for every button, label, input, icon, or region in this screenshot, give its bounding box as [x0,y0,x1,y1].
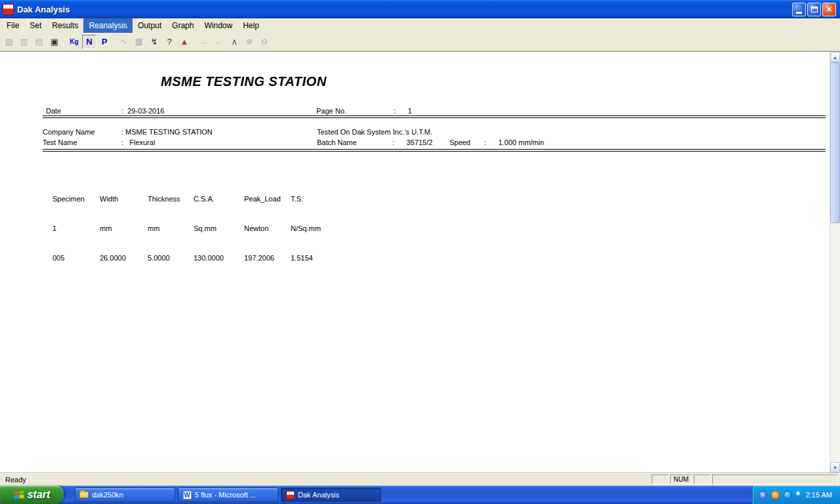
units-pound-button[interactable]: P [97,35,112,49]
grid-icon: ▦ [135,37,143,47]
column-header: Width [100,194,126,204]
pound-units-icon: P [102,37,108,47]
taskbar-item-word[interactable]: W 5 flux - Microsoft ... [178,488,278,502]
table-column-specimen: Specimen 1 005 [52,175,85,283]
scroll-up-button[interactable]: ▲ [830,52,840,62]
dak-analysis-window: Dak Analysis ✕ File Set Results Reanalys… [0,0,840,504]
column-value: 26.0000 [100,253,126,263]
kg-units-icon: Kg [70,38,78,45]
zoom-out-icon: ⊖ [261,37,268,47]
table-column-peak-load: Peak_Load Newton 197.2006 [244,175,281,283]
menu-set[interactable]: Set [24,18,47,33]
column-unit: Sq.mm [194,224,224,234]
help-pointer-icon: ? [167,37,171,47]
minimize-button[interactable] [792,3,806,16]
copy-icon: ▣ [51,37,58,47]
page-label: Page No. [316,107,346,115]
close-button[interactable]: ✕ [822,3,836,16]
scroll-up-icon: ▲ [833,55,837,60]
graph-button[interactable]: ▲ [177,35,192,49]
status-message: Ready [2,476,650,484]
separator-double-line [43,149,826,152]
column-value: 1.5154 [291,253,321,263]
start-button[interactable]: start [0,486,64,504]
scrollbar-track[interactable] [830,223,840,462]
window-controls: ✕ [792,3,837,16]
table-column-csa: C.S.A. Sq.mm 130.0000 [194,175,224,283]
lightning-icon: ↯ [151,37,158,47]
next-button[interactable]: → [197,35,211,49]
maximize-button[interactable] [807,3,821,16]
taskbar: start dak250kn W 5 flux - Microsoft ... … [0,486,840,504]
system-tray: ‹ * 2:15 AM [752,486,840,504]
units-newton-button[interactable]: N [82,35,96,49]
separator-double-line [43,116,826,118]
scrollbar-thumb[interactable] [830,62,840,223]
speed-value: : 1.000 mm/min [484,138,544,146]
scroll-down-icon: ▼ [833,465,837,470]
tray-star-icon[interactable]: * [796,490,799,500]
tested-on-text: Tested On Dak System Inc.'s U.T.M. [317,128,432,136]
data-sheet-button[interactable]: ▤ [32,35,47,49]
menu-help[interactable]: Help [238,18,264,33]
dak-app-icon [3,4,14,15]
units-kg-button[interactable]: Kg [67,35,81,49]
curve-icon: ∿ [121,37,128,47]
task-label: 5 flux - Microsoft ... [195,491,256,499]
column-value: 130.0000 [194,253,224,263]
curve-button[interactable]: ∿ [117,35,131,49]
zoom-in-icon: ⊕ [246,37,253,47]
close-icon: ✕ [826,5,832,14]
results-grid-icon: ▥ [20,37,28,47]
graph-icon: ▲ [180,37,189,47]
menu-file[interactable]: File [1,18,24,33]
batch-value: : 35715/2 [392,138,432,146]
window-title: Dak Analysis [17,5,70,14]
tray-blue-icon[interactable] [784,491,792,499]
menu-output[interactable]: Output [133,18,167,33]
zoom-in-button[interactable]: ⊕ [242,35,257,49]
status-pane-cap [652,474,669,484]
menu-results[interactable]: Results [47,18,83,33]
report-title: MSME TESTING STATION [161,74,327,89]
date-label: Date [46,107,61,115]
test-name-value: : Flexural [121,138,155,146]
vertical-scrollbar[interactable]: ▲ ▼ [830,52,840,472]
context-help-button[interactable]: ? [162,35,177,49]
taskbar-item-dak250kn[interactable]: dak250kn [75,488,175,502]
previous-button[interactable]: ← [212,35,226,49]
tray-orange-icon[interactable] [771,491,780,499]
task-label: Dak Analysis [298,491,339,499]
taskbar-item-dak-analysis[interactable]: Dak Analysis [281,488,381,502]
column-unit: Newton [244,224,281,234]
hide-icons-chevron-icon[interactable]: ‹ [759,491,767,499]
menu-bar: File Set Results Reanalysis Output Graph… [0,18,840,33]
forward-arrow-icon: → [200,37,209,47]
start-label: start [28,489,51,501]
status-pane-extra [712,474,838,484]
company-label: Company Name [43,128,94,136]
company-value: : MSME TESTING STATION [121,128,213,136]
peak-graph-button[interactable]: ∧ [227,35,242,49]
document-area: MSME TESTING STATION Date : 29-03-2016 P… [0,51,840,472]
menu-graph[interactable]: Graph [167,18,199,33]
scroll-down-button[interactable]: ▼ [830,462,840,472]
zoom-out-button[interactable]: ⊖ [257,35,272,49]
column-unit: mm [100,224,126,234]
table-column-width: Width mm 26.0000 [100,175,126,283]
column-unit: mm [148,224,180,234]
column-value: 5.0000 [148,253,180,263]
grid-button[interactable]: ▦ [132,35,146,49]
menu-reanalysis[interactable]: Reanalysis [83,18,133,33]
menu-window[interactable]: Window [199,18,238,33]
taskbar-clock: 2:15 AM [806,491,832,499]
copy-button[interactable]: ▣ [47,35,62,49]
column-header: Thickness [148,194,180,204]
column-value: 005 [52,253,85,263]
chart-report-button[interactable]: ▧ [2,35,16,49]
status-pane-num: NUM [670,474,692,484]
results-grid-button[interactable]: ▥ [17,35,32,49]
column-header: C.S.A. [194,194,224,204]
status-pane-scrl [694,474,711,484]
analyze-button[interactable]: ↯ [147,35,161,49]
